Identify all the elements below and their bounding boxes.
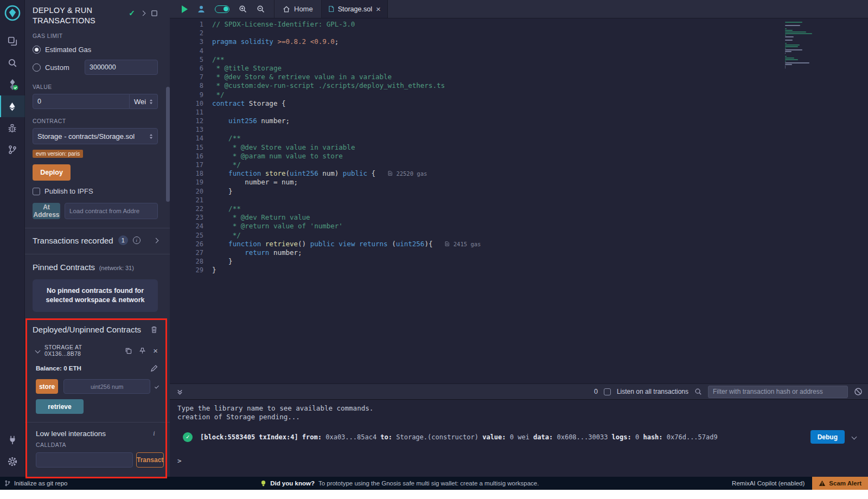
remix-logo-icon[interactable] <box>3 3 22 23</box>
code-line-21[interactable]: 21 <box>170 196 868 204</box>
icon-panel-bottom <box>0 429 25 472</box>
transaction-log-entry[interactable]: ✓ [block:5583405 txIndex:4] from: 0xa03.… <box>177 430 861 444</box>
store-param-input[interactable] <box>63 379 150 394</box>
chevron-right-icon[interactable] <box>154 238 159 243</box>
copilot-status[interactable]: RemixAI Copilot (enabled) <box>732 480 805 487</box>
code-line-27[interactable]: 27 return number; <box>170 248 868 257</box>
divider <box>25 228 170 228</box>
publish-ipfs-label: Publish to IPFS <box>44 187 93 195</box>
code-line-22[interactable]: 22 /** <box>170 204 868 213</box>
code-line-4[interactable]: 4 <box>170 47 868 55</box>
solidity-compiler-icon[interactable] <box>0 74 25 95</box>
info-icon[interactable]: i <box>150 430 158 438</box>
chevron-right-icon[interactable] <box>141 10 146 16</box>
tab-storage-sol[interactable]: Storage.sol × <box>322 0 388 18</box>
code-line-18[interactable]: 18 function store(uint256 num) public { … <box>170 169 868 178</box>
copy-icon[interactable] <box>125 347 132 354</box>
pin-icon[interactable] <box>139 347 146 354</box>
code-line-25[interactable]: 25 */ <box>170 231 868 240</box>
home-tab[interactable]: Home <box>275 0 321 18</box>
code-line-23[interactable]: 23 * @dev Return value <box>170 213 868 222</box>
estimated-gas-radio[interactable] <box>33 46 41 54</box>
code-line-5[interactable]: 5/** <box>170 55 868 64</box>
zoom-in-icon[interactable] <box>239 5 247 14</box>
git-icon[interactable] <box>0 139 25 161</box>
settings-gear-icon[interactable] <box>0 451 25 472</box>
copilot-toggle[interactable] <box>215 5 229 13</box>
code-line-13[interactable]: 13 <box>170 125 868 134</box>
status-bar: Initialize as git repo Did you know? To … <box>0 477 868 490</box>
code-line-8[interactable]: 8 * @custom:dev-run-script ./scripts/dep… <box>170 81 868 90</box>
calldata-input[interactable] <box>36 452 133 468</box>
editor-minimap[interactable] <box>785 22 816 69</box>
code-line-12[interactable]: 12 uint256 number; <box>170 117 868 125</box>
code-line-10[interactable]: 10contract Storage { <box>170 99 868 108</box>
code-line-29[interactable]: 29} <box>170 266 868 274</box>
at-address-button[interactable]: At Address <box>33 203 60 219</box>
publish-ipfs-checkbox[interactable] <box>33 188 40 195</box>
pin-panel-icon[interactable] <box>151 10 158 17</box>
code-line-24[interactable]: 24 * @return value of 'number' <box>170 222 868 231</box>
retrieve-function-button[interactable]: retrieve <box>36 399 84 414</box>
deployed-contracts-title: Deployed/Unpinned Contracts <box>33 325 141 334</box>
contract-instance-header[interactable]: STORAGE AT 0X136...8B78 × <box>33 344 158 357</box>
terminal-output[interactable]: Type the library name to see available c… <box>170 400 868 477</box>
home-icon <box>283 5 290 13</box>
edit-pencil-icon[interactable] <box>150 364 158 372</box>
search-icon[interactable] <box>0 52 25 74</box>
git-init-button[interactable]: Initialize as git repo <box>4 480 67 487</box>
value-input[interactable] <box>33 94 130 109</box>
deploy-and-run-icon[interactable] <box>0 95 25 117</box>
tab-close-icon[interactable]: × <box>376 5 381 13</box>
trash-icon[interactable] <box>150 325 158 334</box>
transactions-recorded-row: Transactions recorded 1 i <box>33 235 158 245</box>
expand-terminal-icon[interactable] <box>176 388 183 395</box>
custom-gas-radio[interactable] <box>33 63 41 72</box>
chevron-down-icon[interactable] <box>35 348 41 353</box>
panel-scrollbar[interactable] <box>166 87 170 202</box>
code-line-1[interactable]: 1// SPDX-License-Identifier: GPL-3.0 <box>170 20 868 29</box>
terminal-prompt[interactable]: > <box>177 457 861 465</box>
code-line-9[interactable]: 9 */ <box>170 91 868 99</box>
code-line-16[interactable]: 16 * @param num value to store <box>170 152 868 161</box>
value-unit-select[interactable]: Wei <box>130 94 158 109</box>
listen-all-checkbox[interactable] <box>604 388 611 395</box>
expand-transaction-chevron-icon[interactable] <box>852 434 857 440</box>
code-line-28[interactable]: 28 } <box>170 257 868 266</box>
editor-toolbar: Home Storage.sol × <box>170 0 868 18</box>
code-line-7[interactable]: 7 * @dev Store & retrieve value in a var… <box>170 73 868 81</box>
code-line-11[interactable]: 11 <box>170 108 868 117</box>
code-line-6[interactable]: 6 * @title Storage <box>170 64 868 73</box>
code-line-3[interactable]: 3pragma solidity >=0.8.2 <0.9.0; <box>170 37 868 46</box>
transact-button[interactable]: Transact <box>136 452 164 468</box>
custom-gas-input[interactable] <box>85 60 158 75</box>
terminal-log-line: Type the library name to see available c… <box>177 404 861 413</box>
code-line-17[interactable]: 17 */ <box>170 161 868 169</box>
expand-params-chevron-icon[interactable] <box>155 385 159 389</box>
close-icon[interactable]: × <box>153 347 158 355</box>
clear-terminal-icon[interactable] <box>854 387 863 396</box>
info-icon[interactable]: i <box>133 236 141 244</box>
code-line-2[interactable]: 2 <box>170 29 868 37</box>
deploy-button[interactable]: Deploy <box>33 164 71 181</box>
search-icon[interactable] <box>694 388 702 395</box>
zoom-out-icon[interactable] <box>257 5 265 14</box>
run-script-play-icon[interactable] <box>182 5 188 13</box>
debugger-icon[interactable] <box>0 117 25 139</box>
code-line-20[interactable]: 20 } <box>170 187 868 196</box>
code-line-26[interactable]: 26 function retrieve() public view retur… <box>170 240 868 248</box>
code-line-15[interactable]: 15 * @dev Store value in variable <box>170 143 868 152</box>
at-address-input[interactable] <box>65 203 158 219</box>
contract-select[interactable]: Storage - contracts/Storage.sol <box>33 128 158 144</box>
debug-button[interactable]: Debug <box>810 430 845 444</box>
scam-alert-badge[interactable]: Scam Alert <box>812 477 868 490</box>
ai-assistant-icon[interactable] <box>197 5 206 14</box>
code-line-14[interactable]: 14 /** <box>170 134 868 143</box>
file-explorer-icon[interactable] <box>0 30 25 52</box>
code-editor[interactable]: 1// SPDX-License-Identifier: GPL-3.023pr… <box>170 18 868 383</box>
transaction-filter-input[interactable] <box>708 386 848 398</box>
code-line-19[interactable]: 19 number = num; <box>170 178 868 187</box>
plugin-manager-icon[interactable] <box>0 429 25 451</box>
gas-estimate-decoration: 22520 gas <box>387 170 427 177</box>
store-function-button[interactable]: store <box>36 379 58 394</box>
